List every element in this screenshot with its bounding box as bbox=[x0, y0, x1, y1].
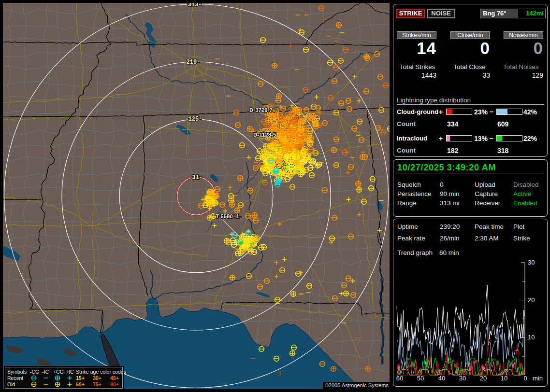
svg-text:30: 30 bbox=[528, 259, 535, 266]
svg-text:10: 10 bbox=[501, 375, 507, 382]
svg-text:min: min bbox=[533, 375, 543, 382]
svg-text:313-: 313- bbox=[188, 3, 202, 8]
svg-text:10: 10 bbox=[528, 334, 535, 341]
svg-text:T-5680+1-: T-5680+1- bbox=[216, 213, 241, 219]
svg-text:0: 0 bbox=[523, 375, 527, 382]
svg-text:20: 20 bbox=[528, 296, 535, 304]
svg-text:D-1128-5: D-1128-5 bbox=[253, 132, 276, 138]
svg-text:219-: 219- bbox=[187, 59, 201, 66]
svg-text:20: 20 bbox=[480, 375, 487, 382]
svg-text:31-: 31- bbox=[192, 174, 203, 181]
svg-text:50: 50 bbox=[417, 375, 424, 382]
svg-text:60: 60 bbox=[396, 375, 403, 382]
svg-text:125-: 125- bbox=[188, 116, 203, 123]
svg-text:40: 40 bbox=[438, 375, 445, 382]
svg-text:30: 30 bbox=[459, 375, 466, 382]
svg-text:D-3729-7v: D-3729-7v bbox=[249, 107, 276, 113]
